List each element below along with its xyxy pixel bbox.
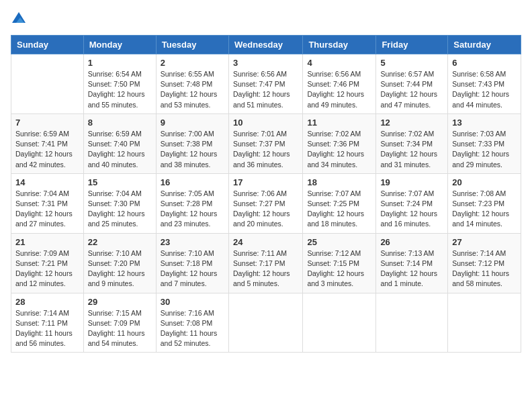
day-number: 22: [88, 237, 152, 247]
day-info: Sunrise: 7:13 AM Sunset: 7:14 PM Dayligh…: [380, 248, 443, 289]
calendar-cell: 9Sunrise: 7:00 AM Sunset: 7:38 PM Daylig…: [156, 113, 228, 173]
calendar-cell: 23Sunrise: 7:10 AM Sunset: 7:18 PM Dayli…: [156, 233, 228, 293]
calendar-cell: 6Sunrise: 6:58 AM Sunset: 7:43 PM Daylig…: [448, 54, 521, 114]
calendar-cell: [376, 293, 448, 353]
day-info: Sunrise: 7:02 AM Sunset: 7:34 PM Dayligh…: [380, 129, 443, 170]
day-info: Sunrise: 7:14 AM Sunset: 7:11 PM Dayligh…: [15, 308, 79, 349]
calendar-cell: 13Sunrise: 7:03 AM Sunset: 7:33 PM Dayli…: [448, 113, 521, 173]
day-info: Sunrise: 7:10 AM Sunset: 7:18 PM Dayligh…: [161, 248, 224, 289]
calendar-cell: 24Sunrise: 7:11 AM Sunset: 7:17 PM Dayli…: [228, 233, 302, 293]
calendar-cell: 29Sunrise: 7:15 AM Sunset: 7:09 PM Dayli…: [83, 293, 156, 353]
day-info: Sunrise: 6:56 AM Sunset: 7:46 PM Dayligh…: [307, 69, 371, 110]
day-info: Sunrise: 7:11 AM Sunset: 7:17 PM Dayligh…: [233, 248, 298, 289]
day-info: Sunrise: 6:58 AM Sunset: 7:43 PM Dayligh…: [452, 69, 517, 110]
calendar-cell: 27Sunrise: 7:14 AM Sunset: 7:12 PM Dayli…: [448, 233, 521, 293]
day-info: Sunrise: 7:09 AM Sunset: 7:21 PM Dayligh…: [15, 248, 79, 289]
calendar-cell: 7Sunrise: 6:59 AM Sunset: 7:41 PM Daylig…: [11, 113, 84, 173]
calendar-cell: [303, 293, 376, 353]
day-number: 23: [161, 237, 224, 247]
calendar-cell: [228, 293, 302, 353]
day-info: Sunrise: 7:08 AM Sunset: 7:23 PM Dayligh…: [452, 189, 517, 230]
day-info: Sunrise: 7:07 AM Sunset: 7:25 PM Dayligh…: [307, 189, 371, 230]
day-info: Sunrise: 7:07 AM Sunset: 7:24 PM Dayligh…: [380, 189, 443, 230]
day-number: 11: [307, 118, 371, 128]
calendar-cell: 16Sunrise: 7:05 AM Sunset: 7:28 PM Dayli…: [156, 173, 228, 233]
weekday-header-thursday: Thursday: [303, 36, 376, 54]
day-number: 3: [233, 58, 298, 68]
day-info: Sunrise: 7:00 AM Sunset: 7:38 PM Dayligh…: [161, 129, 224, 170]
calendar-cell: 28Sunrise: 7:14 AM Sunset: 7:11 PM Dayli…: [11, 293, 84, 353]
calendar-cell: 15Sunrise: 7:04 AM Sunset: 7:30 PM Dayli…: [83, 173, 156, 233]
calendar-cell: 20Sunrise: 7:08 AM Sunset: 7:23 PM Dayli…: [448, 173, 521, 233]
calendar-cell: 14Sunrise: 7:04 AM Sunset: 7:31 PM Dayli…: [11, 173, 84, 233]
weekday-header-friday: Friday: [376, 36, 448, 54]
day-info: Sunrise: 7:05 AM Sunset: 7:28 PM Dayligh…: [161, 189, 224, 230]
calendar-cell: 17Sunrise: 7:06 AM Sunset: 7:27 PM Dayli…: [228, 173, 302, 233]
logo-icon: [11, 11, 27, 27]
day-info: Sunrise: 7:04 AM Sunset: 7:30 PM Dayligh…: [88, 189, 152, 230]
weekday-header-tuesday: Tuesday: [156, 36, 228, 54]
day-info: Sunrise: 7:12 AM Sunset: 7:15 PM Dayligh…: [307, 248, 371, 289]
day-number: 27: [452, 237, 517, 247]
weekday-header-wednesday: Wednesday: [228, 36, 302, 54]
calendar-cell: 30Sunrise: 7:16 AM Sunset: 7:08 PM Dayli…: [156, 293, 228, 353]
day-number: 4: [307, 58, 371, 68]
calendar-week-2: 7Sunrise: 6:59 AM Sunset: 7:41 PM Daylig…: [11, 113, 521, 173]
day-number: 19: [380, 177, 443, 187]
calendar-cell: 10Sunrise: 7:01 AM Sunset: 7:37 PM Dayli…: [228, 113, 302, 173]
calendar-week-5: 28Sunrise: 7:14 AM Sunset: 7:11 PM Dayli…: [11, 293, 521, 353]
day-info: Sunrise: 6:59 AM Sunset: 7:41 PM Dayligh…: [15, 129, 79, 170]
day-info: Sunrise: 6:55 AM Sunset: 7:48 PM Dayligh…: [161, 69, 224, 110]
logo: [11, 11, 30, 27]
day-info: Sunrise: 7:16 AM Sunset: 7:08 PM Dayligh…: [161, 308, 224, 349]
calendar-cell: [11, 54, 84, 114]
weekday-header-saturday: Saturday: [448, 36, 521, 54]
day-number: 21: [15, 237, 79, 247]
calendar-cell: 22Sunrise: 7:10 AM Sunset: 7:20 PM Dayli…: [83, 233, 156, 293]
page-header: [11, 11, 521, 27]
calendar-cell: 25Sunrise: 7:12 AM Sunset: 7:15 PM Dayli…: [303, 233, 376, 293]
day-number: 8: [88, 118, 152, 128]
calendar-cell: 2Sunrise: 6:55 AM Sunset: 7:48 PM Daylig…: [156, 54, 228, 114]
calendar-table: SundayMondayTuesdayWednesdayThursdayFrid…: [11, 35, 521, 353]
calendar-cell: 3Sunrise: 6:56 AM Sunset: 7:47 PM Daylig…: [228, 54, 302, 114]
day-number: 12: [380, 118, 443, 128]
day-number: 1: [88, 58, 152, 68]
day-info: Sunrise: 7:03 AM Sunset: 7:33 PM Dayligh…: [452, 129, 517, 170]
day-number: 15: [88, 177, 152, 187]
day-info: Sunrise: 7:01 AM Sunset: 7:37 PM Dayligh…: [233, 129, 298, 170]
calendar-cell: 11Sunrise: 7:02 AM Sunset: 7:36 PM Dayli…: [303, 113, 376, 173]
day-number: 30: [161, 297, 224, 307]
calendar-cell: 19Sunrise: 7:07 AM Sunset: 7:24 PM Dayli…: [376, 173, 448, 233]
day-info: Sunrise: 7:10 AM Sunset: 7:20 PM Dayligh…: [88, 248, 152, 289]
day-number: 7: [15, 118, 79, 128]
day-number: 13: [452, 118, 517, 128]
day-number: 16: [161, 177, 224, 187]
weekday-header-sunday: Sunday: [11, 36, 84, 54]
calendar-week-3: 14Sunrise: 7:04 AM Sunset: 7:31 PM Dayli…: [11, 173, 521, 233]
day-info: Sunrise: 6:59 AM Sunset: 7:40 PM Dayligh…: [88, 129, 152, 170]
day-number: 28: [15, 297, 79, 307]
day-number: 5: [380, 58, 443, 68]
day-number: 24: [233, 237, 298, 247]
weekday-header-monday: Monday: [83, 36, 156, 54]
day-number: 17: [233, 177, 298, 187]
day-number: 9: [161, 118, 224, 128]
day-number: 6: [452, 58, 517, 68]
calendar-cell: [448, 293, 521, 353]
day-number: 10: [233, 118, 298, 128]
day-number: 29: [88, 297, 152, 307]
calendar-cell: 1Sunrise: 6:54 AM Sunset: 7:50 PM Daylig…: [83, 54, 156, 114]
calendar-cell: 26Sunrise: 7:13 AM Sunset: 7:14 PM Dayli…: [376, 233, 448, 293]
day-number: 26: [380, 237, 443, 247]
day-number: 18: [307, 177, 371, 187]
calendar-week-4: 21Sunrise: 7:09 AM Sunset: 7:21 PM Dayli…: [11, 233, 521, 293]
day-info: Sunrise: 6:54 AM Sunset: 7:50 PM Dayligh…: [88, 69, 152, 110]
day-info: Sunrise: 6:56 AM Sunset: 7:47 PM Dayligh…: [233, 69, 298, 110]
day-number: 14: [15, 177, 79, 187]
day-number: 2: [161, 58, 224, 68]
day-number: 25: [307, 237, 371, 247]
calendar-header-row: SundayMondayTuesdayWednesdayThursdayFrid…: [11, 36, 521, 54]
day-info: Sunrise: 7:04 AM Sunset: 7:31 PM Dayligh…: [15, 189, 79, 230]
calendar-cell: 18Sunrise: 7:07 AM Sunset: 7:25 PM Dayli…: [303, 173, 376, 233]
